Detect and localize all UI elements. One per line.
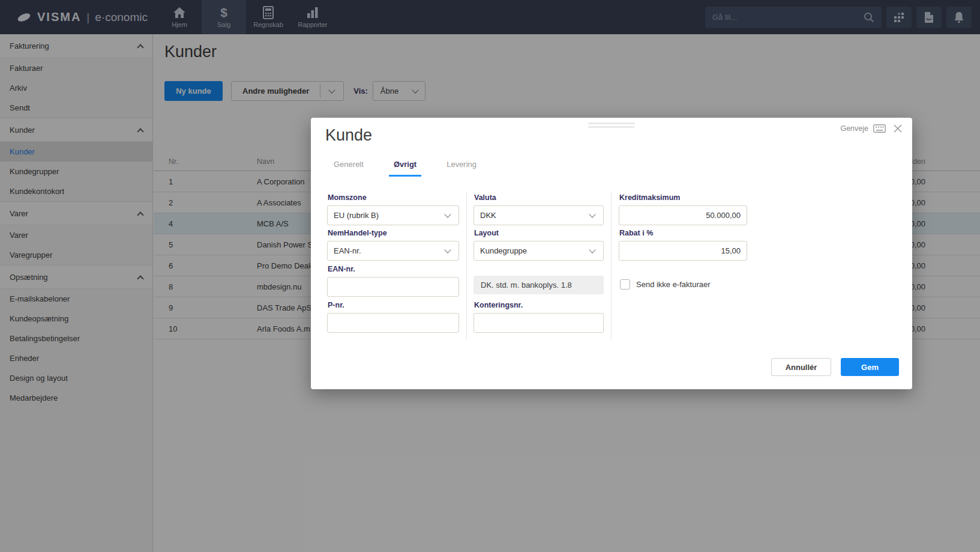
rabat-label: Rabat i % [619, 229, 747, 237]
konteringsnr-input[interactable] [473, 313, 604, 333]
customer-modal: Genveje Kunde Generelt Øvrigt Levering M… [311, 118, 912, 389]
momszone-value: EU (rubrik B) [334, 211, 379, 220]
send-ikke-efakturaer-label: Send ikke e-fakturaer [636, 280, 711, 289]
save-button[interactable]: Gem [841, 358, 899, 376]
kreditmaksimum-input[interactable] [619, 205, 747, 225]
momszone-label: Momszone [328, 193, 459, 202]
shortcuts-button[interactable]: Genveje [840, 124, 886, 133]
p-nr-label: P-nr. [328, 301, 459, 309]
chevron-down-icon [589, 211, 595, 217]
nemhandel-type-select[interactable]: EAN-nr. [327, 241, 459, 261]
modal-close-button[interactable] [893, 124, 903, 133]
valuta-select[interactable]: DKK [473, 205, 604, 225]
column-divider [611, 191, 612, 340]
modal-drag-handle[interactable] [588, 121, 635, 130]
modal-footer: Annullér Gem [771, 358, 899, 376]
valuta-value: DKK [480, 211, 496, 220]
modal-form: Momszone EU (rubrik B) NemHandel-type EA… [311, 191, 912, 347]
tab-levering[interactable]: Levering [442, 160, 481, 177]
app-screen: VISMA | e·conomic Hjem $ Salg Regnskab R… [0, 0, 980, 552]
close-icon [893, 124, 903, 133]
keyboard-icon [873, 124, 886, 133]
nemhandel-type-value: EAN-nr. [334, 246, 361, 255]
momszone-select[interactable]: EU (rubrik B) [327, 205, 459, 225]
layout-info-readonly: DK. std. m. bankoplys. 1.8 [473, 276, 604, 294]
p-nr-input[interactable] [327, 313, 459, 333]
chevron-down-icon [444, 246, 451, 253]
ean-nr-input[interactable] [327, 277, 459, 297]
rabat-input[interactable] [619, 241, 747, 261]
modal-topright: Genveje [840, 124, 903, 133]
kreditmaksimum-label: Kreditmaksimum [619, 193, 747, 202]
layout-value: Kundegruppe [480, 246, 527, 255]
shortcuts-label: Genveje [840, 124, 868, 133]
chevron-down-icon [444, 211, 451, 217]
nemhandel-type-label: NemHandel-type [328, 229, 459, 237]
layout-select[interactable]: Kundegruppe [473, 241, 604, 261]
konteringsnr-label: Konteringsnr. [474, 301, 604, 309]
layout-label: Layout [474, 229, 604, 237]
send-ikke-efakturaer-row: Send ikke e-fakturaer [620, 279, 747, 290]
chevron-down-icon [589, 246, 595, 253]
tab-generelt[interactable]: Generelt [329, 160, 368, 177]
column-divider [466, 191, 467, 340]
send-ikke-efakturaer-checkbox[interactable] [620, 279, 630, 290]
ean-nr-label: EAN-nr. [328, 265, 459, 273]
tab-ovrigt[interactable]: Øvrigt [389, 160, 421, 177]
cancel-button[interactable]: Annullér [771, 358, 831, 376]
modal-tabs: Generelt Øvrigt Levering [329, 160, 481, 177]
valuta-label: Valuta [474, 193, 604, 202]
modal-title: Kunde [325, 126, 372, 145]
